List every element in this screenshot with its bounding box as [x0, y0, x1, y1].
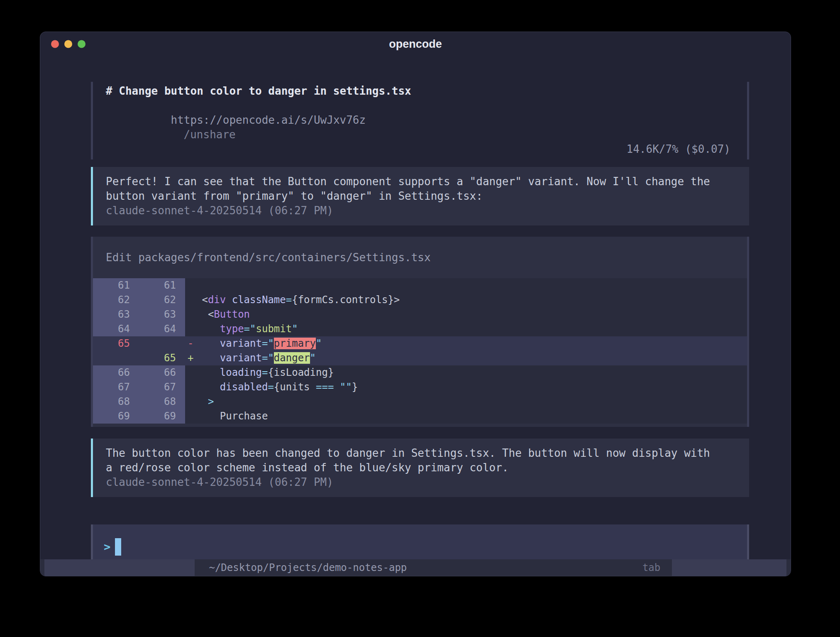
diff-line-number-old: 69	[93, 409, 139, 424]
assistant-message-meta: claude-sonnet-4-20250514 (06:27 PM)	[106, 475, 720, 490]
diff-sign	[185, 365, 196, 380]
edit-tool-title: Edit packages/frontend/src/containers/Se…	[93, 250, 747, 265]
diff-line-number-new: 67	[139, 380, 185, 394]
cwd-path: ~/Desktop/Projects/demo-notes-app	[209, 559, 407, 576]
diff-sign	[185, 322, 196, 336]
diff-code-line: <div className={formCs.controls}>	[196, 293, 747, 307]
zoom-button[interactable]	[78, 40, 85, 48]
statusbar-spacer	[407, 559, 642, 576]
session-header-left: # Change button color to danger in setti…	[106, 84, 627, 157]
diff-row: 6767 disabled={units === ""}	[93, 380, 747, 394]
diff-sign	[185, 394, 196, 409]
diff-row: 6666 loading={isLoading}	[93, 365, 747, 380]
status-bar: opencodev0.3.11 ~/Desktop/Projects/demo-…	[40, 559, 791, 576]
edit-tool-card: Edit packages/frontend/src/containers/Se…	[91, 237, 749, 427]
assistant-message: Perfect! I can see that the Button compo…	[91, 167, 749, 225]
diff-code-line: disabled={units === ""}	[196, 380, 747, 394]
diff-row: 6363 <Button	[93, 307, 747, 322]
diff-line-number-new: 66	[139, 365, 185, 380]
diff-row: 6262 <div className={formCs.controls}>	[93, 293, 747, 307]
diff-sign	[185, 380, 196, 394]
diff-line-number-old: 67	[93, 380, 139, 394]
minimize-button[interactable]	[64, 40, 72, 48]
diff-line-number-new: 64	[139, 322, 185, 336]
diff-code-line: variant="primary"	[196, 336, 747, 351]
diff-row: 6969 Purchase	[93, 409, 747, 424]
diff-line-number-old: 65	[93, 336, 139, 351]
diff-sign	[185, 409, 196, 424]
diff-code-line	[196, 278, 747, 293]
diff-sign: +	[185, 351, 196, 365]
diff-row: 65- variant="primary"	[93, 336, 747, 351]
prompt-symbol: >	[104, 540, 110, 553]
share-url-link[interactable]: https://opencode.ai/s/UwJxv76z	[171, 114, 366, 126]
text-cursor	[115, 538, 121, 556]
diff-line-number-new: 61	[139, 278, 185, 293]
diff-view: 61616262 <div className={formCs.controls…	[93, 278, 747, 424]
diff-line-number-new: 63	[139, 307, 185, 322]
diff-code-line: >	[196, 394, 747, 409]
diff-line-number-old: 68	[93, 394, 139, 409]
diff-code-line: type="submit"	[196, 322, 747, 336]
session-title: # Change button color to danger in setti…	[106, 84, 627, 98]
assistant-message: The button color has been changed to dan…	[91, 439, 749, 497]
diff-line-number-new: 68	[139, 394, 185, 409]
diff-line-number-old: 63	[93, 307, 139, 322]
diff-line-number-new: 69	[139, 409, 185, 424]
diff-line-number-old: 61	[93, 278, 139, 293]
diff-line-number-old: 62	[93, 293, 139, 307]
title-bar: opencode	[40, 32, 791, 56]
diff-line-number-new	[139, 336, 185, 351]
diff-code-line: loading={isLoading}	[196, 365, 747, 380]
diff-sign	[185, 307, 196, 322]
diff-row: 6161	[93, 278, 747, 293]
diff-row: 6464 type="submit"	[93, 322, 747, 336]
app-version-badge: opencodev0.3.11	[44, 559, 195, 576]
diff-line-number-new: 65	[139, 351, 185, 365]
diff-sign: -	[185, 336, 196, 351]
main-content: # Change button color to danger in setti…	[40, 56, 791, 559]
session-header: # Change button color to danger in setti…	[91, 82, 749, 159]
diff-line-number-new: 62	[139, 293, 185, 307]
share-url-line: https://opencode.ai/s/UwJxv76z /unshare	[106, 98, 627, 157]
assistant-message-text: The button color has been changed to dan…	[106, 446, 720, 475]
diff-line-number-old: 64	[93, 322, 139, 336]
window-title: opencode	[389, 38, 442, 51]
app-window: opencode # Change button color to danger…	[40, 32, 791, 576]
assistant-message-text: Perfect! I can see that the Button compo…	[106, 174, 720, 203]
assistant-message-meta: claude-sonnet-4-20250514 (06:27 PM)	[106, 203, 720, 218]
diff-code-line: <Button	[196, 307, 747, 322]
close-button[interactable]	[51, 40, 59, 48]
diff-sign	[185, 293, 196, 307]
tab-key-hint: tab	[642, 559, 660, 576]
diff-line-number-old	[93, 351, 139, 365]
context-usage: 14.6K/7% ($0.07)	[627, 142, 730, 157]
diff-row: 65+ variant="danger"	[93, 351, 747, 365]
diff-line-number-old: 66	[93, 365, 139, 380]
diff-code-line: variant="danger"	[196, 351, 747, 365]
diff-code-line: Purchase	[196, 409, 747, 424]
traffic-lights	[51, 40, 85, 48]
mode-badge: BUILDMODE	[672, 559, 786, 576]
diff-sign	[185, 278, 196, 293]
unshare-command: /unshare	[184, 128, 236, 141]
diff-row: 6868 >	[93, 394, 747, 409]
